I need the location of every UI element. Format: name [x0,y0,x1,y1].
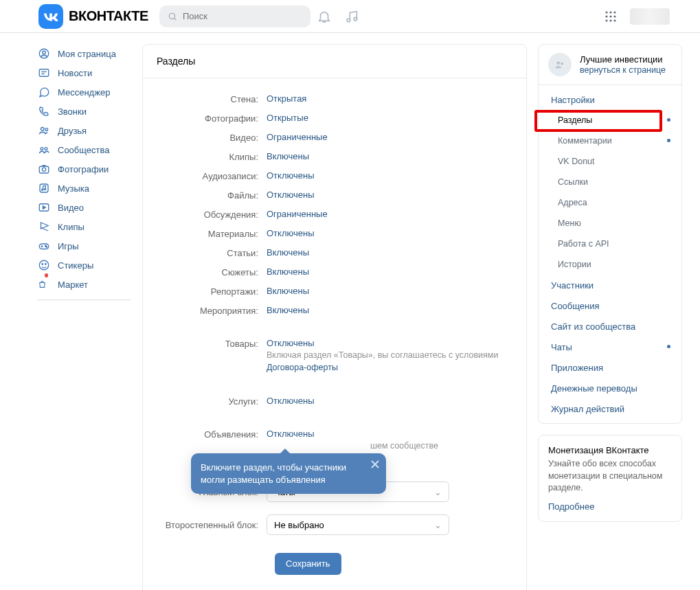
row-value[interactable]: Включены [267,286,309,296]
music-icon [344,9,359,24]
svg-point-33 [39,260,49,270]
nav-calls[interactable]: Звонки [37,102,131,121]
search-input[interactable] [183,11,302,21]
svg-point-23 [42,168,45,171]
nav-friends[interactable]: Друзья [37,121,131,140]
apps-button[interactable] [597,3,624,30]
search-box[interactable] [159,5,311,27]
row-value[interactable]: Открытая [267,93,306,104]
notifications-button[interactable] [311,3,338,30]
nav-item-sections[interactable]: Разделы [539,110,681,131]
nav-market[interactable]: Маркет [37,275,131,294]
nav-item-log[interactable]: Журнал действий [539,398,681,419]
svg-point-34 [42,264,43,265]
row-value[interactable]: Ограниченные [267,209,328,219]
dot-icon [667,345,670,348]
svg-point-10 [605,19,607,21]
camera-icon [37,163,51,175]
row-value[interactable]: Включены [267,247,309,258]
nav-item-comments[interactable]: Комментарии [539,131,681,151]
smile-icon [37,259,51,271]
community-name: Лучшие инвестиции [580,54,666,66]
svg-point-26 [44,188,45,190]
row-value[interactable]: Отключены [267,338,314,348]
nav-games[interactable]: Игры [37,236,131,256]
nav-item-donut[interactable]: VK Donut [539,151,681,172]
save-button[interactable]: Сохранить [275,553,341,575]
chevron-down-icon: ⌄ [434,487,442,497]
nav-item-settings[interactable]: Настройки [539,89,681,110]
nav-item-members[interactable]: Участники [539,275,681,295]
nav-item-site[interactable]: Сайт из сообщества [539,316,681,337]
row-value[interactable]: Отключены [267,228,314,238]
chevron-down-icon: ⌄ [434,520,442,530]
row-label: Обсуждения: [157,209,267,220]
dot-icon [667,139,670,142]
communities-icon [37,144,51,156]
svg-point-4 [605,11,607,13]
svg-point-14 [43,51,46,54]
nav-item-stories[interactable]: Истории [539,254,681,275]
row-label: Статьи: [157,247,267,258]
row-value[interactable]: Отключены [267,429,314,439]
offer-link[interactable]: Договора-оферты [267,363,338,372]
nav-item-chats[interactable]: Чаты [539,337,681,357]
row-value[interactable]: Включены [267,266,309,277]
row-label: Репортажи: [157,286,267,297]
sections-panel: Разделы Стена:Открытая Фотографии:Открыт… [142,44,527,590]
music-button[interactable] [338,3,365,30]
row-value[interactable]: Отключены [267,190,314,200]
nav-item-api[interactable]: Работа с API [539,234,681,254]
gamepad-icon [37,240,51,252]
svg-point-21 [45,148,47,150]
nav-photos[interactable]: Фотографии [37,159,131,179]
row-value[interactable]: Включены [267,151,309,161]
row-value[interactable]: Ограниченные [267,132,328,142]
nav-video[interactable]: Видео [37,198,131,217]
nav-item-apps[interactable]: Приложения [539,357,681,378]
nav-communities[interactable]: Сообщества [37,140,131,159]
page-title: Разделы [143,45,526,78]
nav-my-page[interactable]: Моя страница [37,44,131,63]
nav-item-messages[interactable]: Сообщения [539,295,681,316]
svg-point-7 [605,15,607,17]
row-label: Услуги: [157,396,267,407]
nav-item-addresses[interactable]: Адреса [539,192,681,213]
row-label: Товары: [157,338,267,349]
monet-link[interactable]: Подробнее [548,501,594,512]
back-to-page[interactable]: Лучшие инвестиции вернуться к странице [539,45,681,85]
nav-stickers[interactable]: Стикеры [37,256,131,275]
phone-icon [37,105,51,117]
nav-clips[interactable]: Клипы [37,217,131,236]
row-value[interactable]: Открытые [267,113,308,123]
nav-item-transfers[interactable]: Денежные переводы [539,378,681,398]
hint-tooltip: Включите раздел, чтобы участники могли р… [191,453,386,494]
goods-subtext: Включая раздел «Товары», вы соглашаетесь… [267,348,512,374]
svg-point-2 [347,19,350,22]
profile-avatar[interactable] [630,8,670,25]
row-value[interactable]: Включены [267,305,309,315]
nav-item-links[interactable]: Ссылки [539,172,681,192]
close-icon[interactable] [371,460,379,468]
row-label: Стена: [157,93,267,104]
nav-messenger[interactable]: Мессенджер [37,82,131,102]
monet-title: Монетизация ВКонтакте [548,445,672,455]
row-value[interactable]: Отключены [267,170,314,181]
search-icon [168,11,177,22]
svg-point-35 [45,264,47,265]
nav-item-menu[interactable]: Меню [539,213,681,234]
row-label: Клипы: [157,151,267,162]
nav-music[interactable]: Музыка [37,179,131,198]
svg-point-0 [169,13,174,19]
row-label: Второстепенный блок: [157,520,267,530]
secondary-block-select[interactable]: Не выбрано ⌄ [267,514,449,535]
music-note-icon [37,182,51,194]
nav-news[interactable]: Новости [37,63,131,82]
back-link[interactable]: вернуться к странице [580,65,666,75]
logo[interactable]: ВКОНТАКТЕ [38,4,148,29]
row-value[interactable]: Отключены [267,396,314,406]
row-label: Сюжеты: [157,266,267,277]
profile-icon [37,47,51,60]
row-label: Видео: [157,132,267,143]
svg-line-1 [174,18,177,20]
